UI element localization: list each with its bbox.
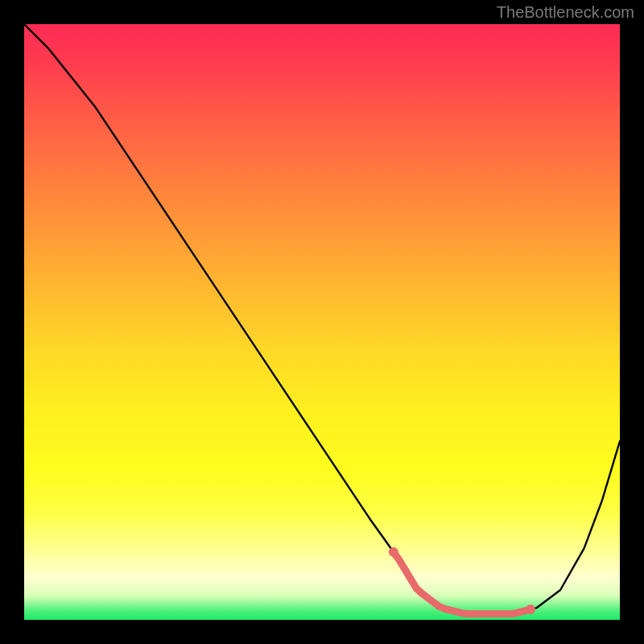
- highlight-start-dot: [389, 547, 398, 557]
- chart-plot-area: [24, 24, 620, 620]
- bottleneck-curve-svg: [24, 24, 620, 620]
- watermark-text: TheBottleneck.com: [497, 3, 634, 22]
- highlight-end-dot: [526, 605, 535, 614]
- highlight-segment: [394, 552, 530, 614]
- bottleneck-curve-line: [24, 24, 620, 614]
